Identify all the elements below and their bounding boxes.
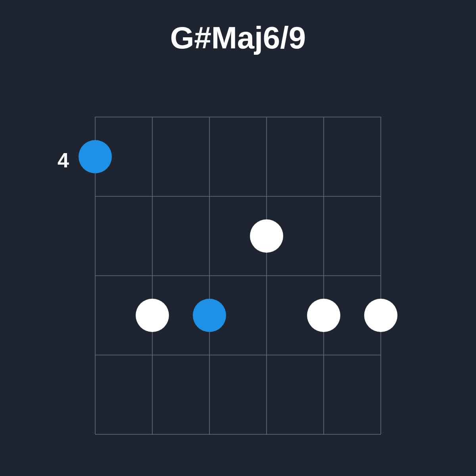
finger-dot-string-5 bbox=[307, 299, 340, 332]
finger-dot-string-3 bbox=[193, 299, 226, 332]
finger-dot-string-2 bbox=[136, 299, 169, 332]
finger-dot-string-6 bbox=[364, 299, 397, 332]
starting-fret-label: 4 bbox=[58, 148, 69, 172]
finger-dot-string-1 bbox=[79, 140, 112, 173]
chord-diagram: G#Maj6/9 4 bbox=[0, 0, 476, 476]
fretboard-svg bbox=[95, 117, 381, 434]
chord-title: G#Maj6/9 bbox=[0, 20, 476, 56]
fretboard bbox=[95, 117, 381, 434]
finger-dot-string-4 bbox=[250, 219, 283, 253]
